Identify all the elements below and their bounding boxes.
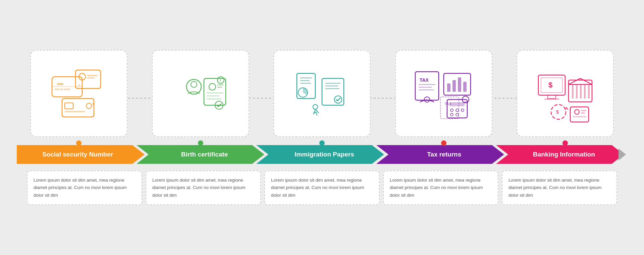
arrow-ssn-label-container: Social security Number	[17, 142, 148, 167]
dot-ssn	[76, 140, 82, 146]
arrow-banking-label-container: Banking Information	[496, 142, 627, 167]
banking-icon: $ $	[532, 60, 599, 127]
dot-banking	[562, 140, 568, 146]
desc-card-tax: Lorem ipsum dolor sit dim amet, mea regi…	[383, 171, 498, 205]
svg-rect-21	[207, 95, 219, 97]
arrow-immigration-label: Immigration Papers	[294, 151, 354, 158]
svg-text:SSN: SSN	[57, 82, 63, 86]
svg-rect-75	[581, 110, 586, 111]
svg-text:%: %	[78, 84, 80, 87]
svg-rect-76	[581, 113, 585, 114]
svg-rect-67	[580, 85, 582, 99]
dot-birth	[198, 140, 203, 146]
arrow-row: Social security Number Birth certificate…	[17, 142, 627, 167]
arrow-banking: Banking Information	[496, 142, 627, 167]
svg-rect-77	[573, 116, 586, 117]
arrow-birth-label-container: Birth certificate	[137, 142, 268, 167]
svg-text:$: $	[426, 99, 428, 102]
svg-rect-48	[463, 82, 467, 92]
svg-text:TAX: TAX	[445, 102, 451, 106]
ssn-icon: SSN XXX-XX-XXXX % $	[45, 60, 112, 127]
svg-rect-9	[62, 99, 94, 117]
arrow-tax: Tax returns	[376, 142, 507, 167]
svg-marker-70	[569, 78, 592, 84]
icon-card-immigration-box	[273, 50, 371, 137]
svg-rect-68	[584, 85, 586, 99]
svg-rect-18	[217, 84, 223, 85]
desc-card-birth: Lorem ipsum dolor sit dim amet, mea regi…	[146, 171, 261, 205]
svg-rect-41	[419, 89, 434, 90]
svg-rect-32	[325, 83, 340, 84]
arrow-ssn-label: Social security Number	[42, 151, 113, 158]
svg-point-12	[86, 103, 92, 109]
svg-rect-47	[458, 77, 461, 92]
dot-tax	[441, 140, 446, 146]
svg-rect-61	[548, 95, 556, 99]
desc-card-ssn: Lorem ipsum dolor sit dim amet, mea regi…	[27, 171, 142, 205]
svg-rect-26	[297, 73, 315, 99]
svg-point-52	[456, 109, 459, 112]
arrow-tax-label-container: Tax returns	[376, 142, 507, 167]
svg-rect-37	[415, 72, 439, 100]
desc-text-birth: Lorem ipsum dolor sit dim amet, mea regi…	[152, 177, 254, 199]
svg-rect-40	[419, 87, 432, 88]
arrow-immigration-label-container: Immigration Papers	[256, 142, 387, 167]
svg-text:i: i	[220, 78, 221, 82]
icon-card-banking-box: $ $	[517, 50, 614, 137]
desc-text-ssn: Lorem ipsum dolor sit dim amet, mea regi…	[34, 177, 136, 199]
icon-row: SSN XXX-XX-XXXX % $	[17, 50, 627, 146]
svg-point-36	[313, 105, 318, 109]
svg-rect-29	[300, 83, 311, 84]
end-triangle-icon	[619, 148, 626, 161]
svg-rect-19	[217, 87, 222, 88]
arrow-birth: Birth certificate	[137, 142, 268, 167]
svg-rect-73	[570, 107, 589, 122]
svg-rect-28	[300, 80, 310, 81]
svg-rect-33	[325, 85, 338, 86]
arrow-tax-label: Tax returns	[427, 151, 461, 158]
svg-rect-62	[544, 99, 559, 100]
desc-text-immigration: Lorem ipsum dolor sit dim amet, mea regi…	[271, 177, 373, 199]
svg-rect-34	[325, 88, 339, 89]
icon-card-ssn: SSN XXX-XX-XXXX % $	[30, 50, 127, 146]
svg-point-24	[217, 77, 224, 83]
svg-rect-66	[576, 85, 578, 99]
infographic: SSN XXX-XX-XXXX % $	[17, 50, 627, 205]
desc-card-immigration: Lorem ipsum dolor sit dim amet, mea regi…	[264, 171, 380, 205]
svg-rect-3	[52, 86, 82, 87]
svg-rect-22	[207, 99, 221, 100]
svg-text:$: $	[556, 109, 559, 115]
desc-card-banking: Lorem ipsum dolor sit dim amet, mea regi…	[502, 171, 617, 205]
dot-immigration	[319, 140, 325, 146]
left-start-dot	[23, 152, 28, 157]
svg-point-53	[461, 109, 464, 112]
icon-card-immigration	[273, 50, 371, 146]
svg-rect-11	[65, 111, 85, 112]
svg-rect-46	[452, 80, 456, 92]
svg-rect-31	[322, 78, 344, 105]
svg-rect-65	[572, 85, 574, 99]
birth-icon: i	[167, 60, 234, 127]
arrow-ssn: Social security Number	[17, 142, 148, 167]
tax-icon: TAX $	[410, 60, 477, 127]
svg-rect-45	[447, 83, 450, 92]
icon-card-birth: i	[152, 50, 249, 146]
svg-point-15	[191, 81, 197, 87]
svg-text:$: $	[92, 103, 94, 106]
svg-rect-20	[207, 92, 223, 93]
desc-text-tax: Lorem ipsum dolor sit dim amet, mea regi…	[390, 177, 492, 199]
svg-point-55	[456, 113, 459, 116]
svg-rect-7	[87, 77, 95, 78]
icon-card-ssn-box: SSN XXX-XX-XXXX % $	[30, 50, 127, 137]
svg-point-54	[450, 113, 453, 116]
icon-card-banking: $ $	[517, 50, 614, 146]
svg-text:TAX: TAX	[420, 77, 429, 83]
immigration-icon	[288, 60, 356, 127]
svg-point-74	[575, 110, 579, 114]
icon-card-tax-box: TAX $	[395, 50, 492, 137]
svg-point-35	[334, 96, 342, 103]
svg-rect-16	[204, 78, 226, 105]
svg-rect-50	[450, 102, 465, 106]
desc-row: Lorem ipsum dolor sit dim amet, mea regi…	[17, 171, 627, 205]
svg-text:XXX-XX-XXXX: XXX-XX-XXXX	[55, 88, 70, 90]
